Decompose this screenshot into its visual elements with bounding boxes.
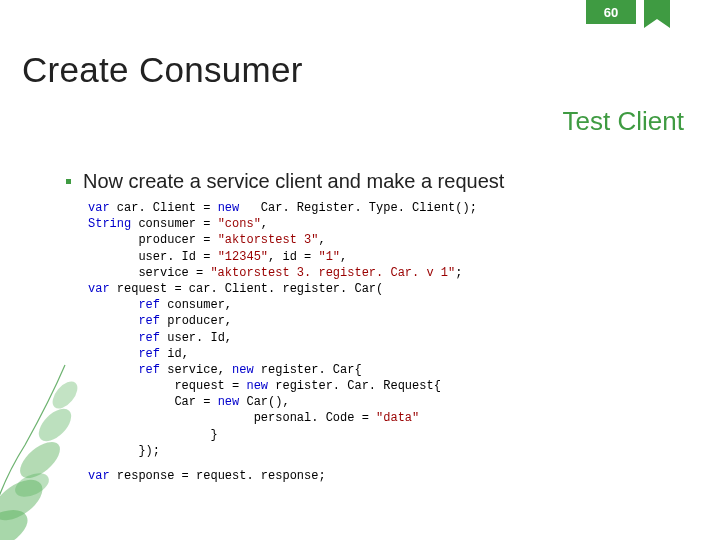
bullet-text: Now create a service client and make a r…	[83, 170, 504, 193]
code-block-response: var response = request. response;	[88, 468, 326, 484]
svg-point-0	[0, 502, 34, 540]
page-number: 60	[604, 5, 618, 20]
svg-point-5	[33, 403, 77, 447]
svg-point-4	[11, 468, 52, 501]
svg-point-6	[48, 377, 82, 413]
svg-point-3	[14, 435, 66, 484]
bullet-dot-icon	[66, 179, 71, 184]
page-number-badge: 60	[586, 0, 636, 24]
slide: 60 Create Consumer Test Client Now creat…	[0, 0, 720, 540]
bookmark-icon	[644, 0, 670, 32]
bullet-item: Now create a service client and make a r…	[66, 170, 504, 193]
slide-title: Create Consumer	[22, 50, 303, 90]
svg-point-2	[0, 472, 50, 529]
code-block-main: var car. Client = new Car. Register. Typ…	[88, 200, 477, 459]
slide-subtitle: Test Client	[563, 106, 684, 137]
